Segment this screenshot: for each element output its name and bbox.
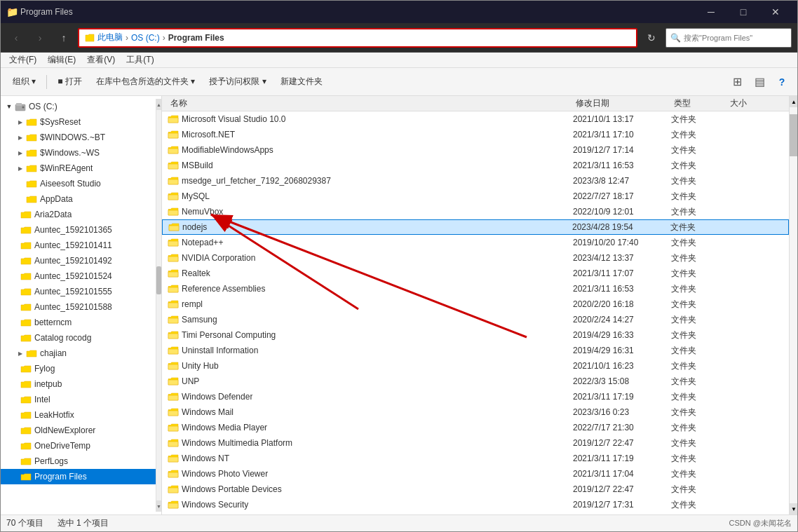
scroll-thumb[interactable] [790,114,797,156]
open-button[interactable]: ■ 打开 [51,72,88,92]
sidebar-scrollbar[interactable]: ▲ ▼ [156,99,161,512]
file-date: 2021/3/11 16:53 [573,284,671,294]
view-toggle-button[interactable]: ⊞ [727,72,747,92]
breadcrumb-part-1: 此电脑 [97,32,123,43]
back-button[interactable]: ‹ [6,28,26,48]
sidebar-item-auntec2[interactable]: Auntec_1592101411 [1,238,156,253]
right-scrollbar[interactable]: ▲ ▼ [789,96,797,514]
scroll-track[interactable] [790,107,797,503]
sidebar-item-os-c[interactable]: ▼ OS (C:) [1,99,156,114]
table-row[interactable]: Windows Mail 2023/3/16 0:23 文件夹 [162,404,789,420]
table-row[interactable]: Windows Defender 2021/3/11 17:19 文件夹 [162,389,789,404]
table-row[interactable]: Windows NT 2021/3/11 17:19 文件夹 [162,451,789,466]
sidebar-item-auntec5[interactable]: Auntec_1592101555 [1,284,156,299]
sidebar-item-chajian[interactable]: ▶ chajian [1,346,156,361]
table-row[interactable]: Samsung 2020/2/24 14:27 文件夹 [162,312,789,327]
table-row[interactable]: MySQL 2022/7/27 18:17 文件夹 [162,189,789,204]
menu-tools[interactable]: 工具(T) [121,53,159,68]
col-header-date[interactable]: 修改日期 [573,97,671,109]
file-name-text: Notepad++ [182,238,223,247]
table-row[interactable]: Microsoft.NET 2021/3/11 17:10 文件夹 [162,127,789,142]
table-row[interactable]: Windows Multimedia Platform 2019/12/7 22… [162,435,789,451]
table-row[interactable]: ModifiableWindowsApps 2019/12/7 17:14 文件… [162,142,789,158]
file-date: 2019/10/20 17:40 [573,238,671,247]
new-folder-button[interactable]: 新建文件夹 [274,72,329,92]
table-row[interactable]: Windows Security 2019/12/7 17:31 文件夹 [162,497,789,512]
sidebar-item-betterncm[interactable]: betterncm [1,315,156,330]
grant-access-button[interactable]: 授予访问权限 ▾ [203,72,272,92]
forward-button[interactable]: › [30,28,50,48]
include-library-button[interactable]: 在库中包含所选的文件夹 ▾ [90,72,201,92]
table-row[interactable]: Windows Photo Viewer 2021/3/11 17:04 文件夹 [162,466,789,482]
minimize-button[interactable]: ─ [695,1,727,23]
sidebar-item-auntec6[interactable]: Auntec_1592101588 [1,299,156,315]
sidebar-item-catalog[interactable]: Catalog rocodg [1,330,156,346]
scroll-up-button[interactable]: ▲ [790,96,797,107]
table-row[interactable]: Microsoft Visual Studio 10.0 2021/10/1 1… [162,111,789,127]
table-row[interactable]: Reference Assemblies 2021/3/11 16:53 文件夹 [162,281,789,296]
sidebar-item-sysreset[interactable]: ▶ $SysReset [1,114,156,130]
table-row[interactable]: Realtek 2021/3/11 17:07 文件夹 [162,266,789,281]
sidebar-item-winreagent[interactable]: ▶ $WinREAgent [1,161,156,176]
search-input[interactable] [684,34,787,42]
organize-button[interactable]: 组织 ▾ [6,72,42,92]
view-pane-button[interactable]: ▤ [750,72,769,92]
table-row[interactable]: NemuVbox 2022/10/9 12:01 文件夹 [162,204,789,219]
table-row[interactable]: MSBuild 2021/3/11 16:53 文件夹 [162,158,789,173]
sidebar-item-windows-bt[interactable]: ▶ $WINDOWS.~BT [1,130,156,145]
folder-icon-winreagent [26,163,37,174]
menu-bar: 文件(F) 编辑(E) 查看(V) 工具(T) [1,53,797,68]
file-date: 2022/10/9 12:01 [573,207,671,217]
table-row[interactable]: Uninstall Information 2019/4/29 16:31 文件… [162,343,789,358]
scroll-down-button[interactable]: ▼ [790,503,797,514]
folder-icon-onedrivetemps [20,440,32,451]
sidebar-label-aria2data: Aria2Data [34,210,72,219]
sidebar-item-leakhotfix[interactable]: LeakHotfix [1,407,156,423]
sidebar-item-inetpub[interactable]: inetpub [1,376,156,392]
sidebar-item-auntec3[interactable]: Auntec_1592101492 [1,253,156,268]
up-button[interactable]: ↑ [54,28,74,48]
col-header-name[interactable]: 名称 [168,97,573,109]
sidebar-label-windows-bt: $WINDOWS.~BT [40,132,105,142]
sidebar-item-intel[interactable]: Intel [1,392,156,407]
table-row[interactable]: Unity Hub 2021/10/1 16:23 文件夹 [162,358,789,374]
file-type: 文件夹 [671,314,727,326]
menu-edit[interactable]: 编辑(E) [42,53,81,68]
sidebar-item-onedrivetemps[interactable]: OneDriveTemp [1,438,156,453]
folder-icon [168,114,179,124]
sidebar-item-auntec1[interactable]: Auntec_1592101365 [1,222,156,238]
maximize-button[interactable]: □ [727,1,759,23]
table-row[interactable]: nodejs 2023/4/28 19:54 文件夹 [162,219,789,235]
folder-icon [168,423,179,432]
help-button[interactable]: ? [772,72,792,92]
table-row[interactable]: UNP 2022/3/3 15:08 文件夹 [162,374,789,389]
table-row[interactable]: msedge_url_fetcher_7192_2068029387 2023/… [162,173,789,189]
sidebar-item-perflogs[interactable]: PerfLogs [1,453,156,469]
menu-view[interactable]: 查看(V) [81,53,121,68]
sidebar-item-aiseesoft[interactable]: Aiseesoft Studio [1,176,156,191]
col-header-size[interactable]: 大小 [727,97,783,109]
col-header-type[interactable]: 类型 [671,97,727,109]
sidebar: ▼ OS (C:) ▶ [1,96,162,514]
folder-icon-auntec5 [20,286,32,297]
file-type: 文件夹 [671,299,727,311]
table-row[interactable]: rempl 2020/2/20 16:18 文件夹 [162,296,789,312]
table-row[interactable]: Timi Personal Computing 2019/4/29 16:33 … [162,327,789,343]
refresh-button[interactable]: ↻ [642,28,661,48]
sidebar-item-windows-ws[interactable]: ▶ $Windows.~WS [1,145,156,161]
close-button[interactable]: ✕ [759,1,792,23]
folder-icon [168,407,179,417]
sidebar-item-auntec4[interactable]: Auntec_1592101524 [1,268,156,284]
sidebar-item-fylog[interactable]: Fylog [1,361,156,376]
watermark: CSDN @未闻花名 [729,518,792,528]
table-row[interactable]: Windows Portable Devices 2019/12/7 22:47… [162,482,789,497]
table-row[interactable]: Windows Media Player 2022/7/17 21:30 文件夹 [162,420,789,435]
table-row[interactable]: NVIDIA Corporation 2023/4/12 13:37 文件夹 [162,250,789,266]
sidebar-item-oldnewexplorer[interactable]: OldNewExplorer [1,423,156,438]
address-path[interactable]: 此电脑 › OS (C:) › Program Files [78,28,637,48]
sidebar-item-aria2data[interactable]: Aria2Data [1,207,156,222]
sidebar-item-appdata[interactable]: AppData [1,191,156,207]
sidebar-item-program-files[interactable]: Program Files [1,469,156,484]
table-row[interactable]: Notepad++ 2019/10/20 17:40 文件夹 [162,235,789,250]
menu-file[interactable]: 文件(F) [4,53,42,68]
